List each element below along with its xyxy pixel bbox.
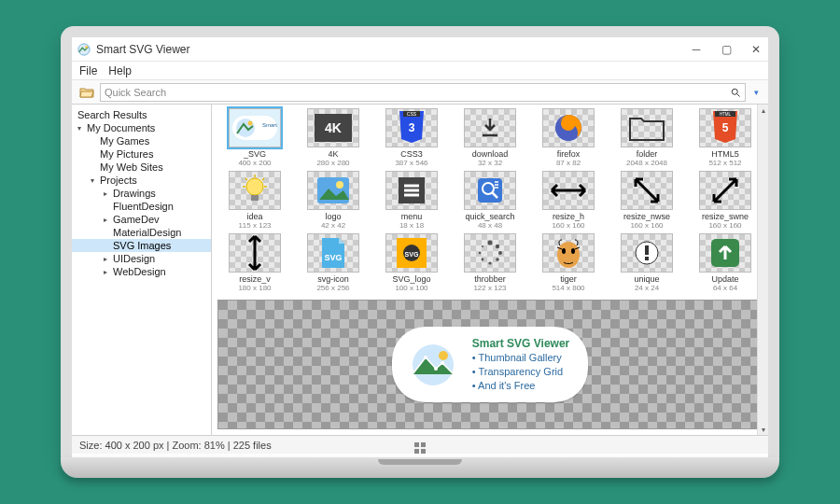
thumbnail-name: _SVG [244,149,266,159]
toolbar-dropdown[interactable]: ▾ [749,88,763,97]
menubar: File Help [72,62,768,80]
maximize-button[interactable]: ▢ [720,43,733,56]
thumbnail-dimensions: 32 x 32 [478,159,502,167]
svg-point-60 [424,356,427,359]
tree-item[interactable]: ▾Projects [72,174,211,187]
tree-item[interactable]: My Games [72,134,211,147]
svg-rect-30 [478,178,502,203]
thumbnail-dimensions: 180 x 180 [238,284,271,292]
thumbnail[interactable]: resize_h160 x 160 [531,171,606,230]
open-folder-button[interactable] [77,83,96,102]
laptop-base [61,457,779,478]
menu-help[interactable]: Help [108,64,132,77]
svg-rect-65 [414,449,419,454]
thumbnail-name: menu [401,212,423,221]
thumbnail[interactable]: 5HTMLHTML5512 x 512 [688,108,763,167]
thumbnail-name: HTML5 [711,149,739,159]
tree-item[interactable]: ▸GameDev [72,213,211,226]
thumbnail[interactable]: folder2048 x 2048 [609,108,684,167]
resize-v-icon [229,233,281,273]
thumbnail[interactable]: 3CSSCSS3387 x 546 [374,108,449,167]
thumbnail[interactable]: 4K4K280 x 280 [296,108,371,167]
preview-card: Smart SVG Viewer • Thumbnail Gallery • T… [392,327,589,402]
windows-key-icon [413,441,427,455]
thumbnail-name: CSS3 [400,149,423,159]
thumbnail[interactable]: throbber122 x 123 [453,233,527,292]
thumbnail-dimensions: 160 x 160 [630,221,663,230]
resize-nwse-icon [621,171,673,210]
thumbnail-name: throbber [474,274,506,284]
svg-point-41 [496,245,499,248]
thumbnail[interactable]: quick_search48 x 48 [453,171,527,230]
svg-text:HTML: HTML [720,112,732,117]
svg-point-62 [441,361,444,365]
tree-item[interactable]: ▸UIDesign [72,252,211,265]
svg-point-17 [246,178,263,195]
tree-item[interactable]: My Web Sites [72,161,211,174]
thumbnail[interactable]: tiger514 x 800 [531,233,606,292]
svg-rect-64 [421,442,426,447]
thumbnail-name: download [472,149,509,159]
close-button[interactable]: ✕ [749,43,763,56]
scroll-down-icon[interactable]: ▾ [758,424,768,435]
menu-file[interactable]: File [79,64,97,77]
scrollbar[interactable]: ▴ ▾ [757,105,768,435]
svg-line-22 [245,178,247,180]
tree-item[interactable]: SVG Images [72,239,211,252]
svg-line-23 [262,178,264,180]
tree-item[interactable]: ▾My Documents [72,121,211,134]
thumbnail-name: tiger [560,274,577,284]
thumbnail[interactable]: resize_v180 x 180 [217,233,292,292]
svg-point-25 [336,181,343,189]
svg-point-42 [498,251,502,255]
thumbnail-dimensions: 512 x 512 [708,159,741,167]
preview-line-1: • Thumbnail Gallery [472,351,570,365]
thumbnail-name: folder [637,149,658,159]
tree-item[interactable]: MaterialDesign [72,226,211,239]
thumbnail-name: quick_search [465,212,514,221]
search-input[interactable]: Quick Search [100,83,746,102]
thumbnail[interactable]: menu18 x 18 [374,171,449,230]
search-icon [464,171,516,210]
svg-point-1 [85,46,88,49]
app-icon [77,43,91,56]
tree-item[interactable]: ▸Drawings [72,187,211,200]
thumbnail[interactable]: firefox87 x 82 [531,108,606,167]
svg-point-46 [479,252,481,254]
svg-text:5: 5 [722,121,729,134]
thumbnail-dimensions: 2048 x 2048 [626,159,667,167]
thumbnail-dimensions: 280 x 280 [316,159,349,167]
tree-item[interactable]: ▸WebDesign [72,265,211,278]
thumbnail[interactable]: download32 x 32 [453,108,527,167]
thumbnail[interactable]: idea115 x 123 [217,171,292,230]
tree-item[interactable]: My Pictures [72,147,211,161]
resize-swne-icon [699,171,751,210]
svg-file-icon: SVG [307,233,359,273]
svg-rect-63 [414,442,419,447]
thumbnail[interactable]: unique24 x 24 [609,233,684,292]
thumbnail-name: resize_swne [702,212,749,221]
thumbnail[interactable]: resize_nwse160 x 160 [609,171,684,230]
menu-icon [385,171,438,210]
css3-icon: 3CSS [385,108,438,147]
thumbnail[interactable]: SVGSVG_logo100 x 100 [374,233,449,292]
svg-point-61 [434,367,438,371]
tree-item[interactable]: FluentDesign [72,200,211,213]
thumbnail[interactable]: resize_swne160 x 160 [688,171,763,230]
scroll-up-icon[interactable]: ▴ [758,105,768,116]
svg-text:4K: 4K [325,120,342,135]
thumbnail[interactable]: SVGsvg-icon256 x 256 [296,233,371,292]
thumbnail[interactable]: Smart SVG_SVG400 x 200 [217,108,292,167]
thumbnail[interactable]: logo42 x 42 [296,171,371,230]
thumbnail-dimensions: 100 x 100 [395,284,427,292]
tree-search-results[interactable]: Search Results [72,108,211,121]
minimize-button[interactable]: ─ [690,43,703,56]
preview-title: Smart SVG Viewer [472,336,570,351]
svg-text:SVG: SVG [324,253,342,262]
thumbnail-dimensions: 42 x 42 [321,221,345,230]
thumbnail-name: 4K [328,149,338,159]
svg-point-2 [732,89,737,94]
thumbnail-dimensions: 514 x 800 [552,284,584,292]
thumbnail[interactable]: Update64 x 64 [688,233,763,292]
idea-icon [229,171,281,210]
